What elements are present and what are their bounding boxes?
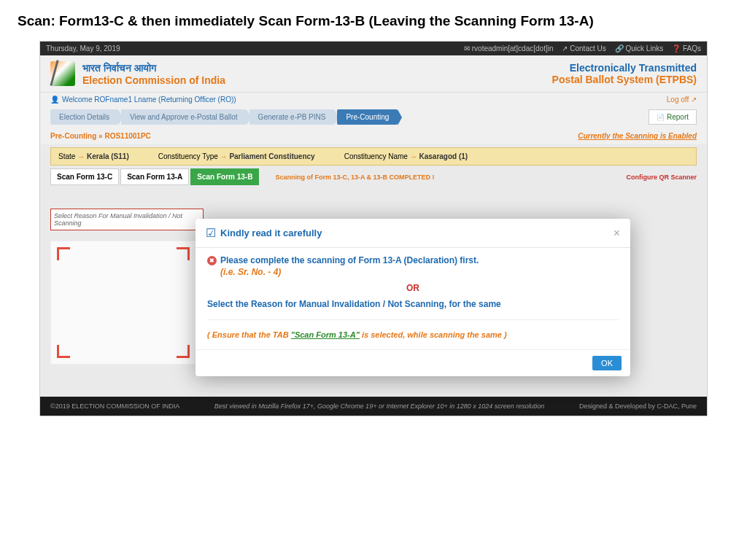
scan-complete-msg: Scanning of Form 13-C, 13-A & 13-B COMPL… <box>275 174 434 181</box>
modal-instruction-1: Please complete the scanning of Form 13-… <box>207 255 619 265</box>
scan-corner-icon <box>57 247 70 260</box>
breadcrumb: Pre-Counting » ROS11001PC <box>50 132 151 140</box>
constituency-info-band: State → Kerala (S11) Constituency Type →… <box>50 147 697 166</box>
topbar: Thursday, May 9, 2019 ✉ rvoteadmin[at]cd… <box>40 42 707 55</box>
tab-generate-pins[interactable]: Generate e-PB PINS <box>249 109 335 125</box>
tab-pre-counting[interactable]: Pre-Counting <box>337 109 398 125</box>
select-reason-dropdown[interactable]: Select Reason For Manual Invalidation / … <box>50 209 204 230</box>
scanning-enabled-status: Currently the Scanning is Enabled <box>578 132 697 140</box>
topbar-email[interactable]: ✉ rvoteadmin[at]cdac[dot]in <box>464 44 554 52</box>
divider <box>207 319 619 320</box>
modal-or: OR <box>207 283 619 293</box>
modal-title: Kindly read it carefully <box>220 228 322 238</box>
welcome-user: Welcome ROFname1 Lname (Returning Office… <box>50 96 236 104</box>
topbar-contact[interactable]: ↗ Contact Us <box>562 44 605 52</box>
ok-button[interactable]: OK <box>592 356 622 370</box>
topbar-date: Thursday, May 9, 2019 <box>46 44 120 52</box>
system-name-2: Postal Ballot System (ETPBS) <box>552 74 697 85</box>
modal-instruction-2: Select the Reason for Manual Invalidatio… <box>207 299 619 309</box>
logoff-link[interactable]: Log off ↗ <box>667 96 697 104</box>
tab-view-approve[interactable]: View and Approve e-Postal Ballot <box>121 109 247 125</box>
footer-credit: Designed & Developed by C-DAC, Pune <box>579 402 697 410</box>
subtab-form-13b[interactable]: Scan Form 13-B <box>190 168 259 185</box>
modal-sr-no: (i.e. Sr. No. - 4) <box>220 267 619 277</box>
system-name-1: Electronically Transmitted <box>552 62 697 74</box>
configure-qr-link[interactable]: Configure QR Scanner <box>626 174 697 181</box>
subtab-form-13a[interactable]: Scan Form 13-A <box>120 168 189 185</box>
qr-scan-zone <box>50 241 196 365</box>
footer: ©2019 ELECTION COMMISSION OF INDIA Best … <box>40 397 707 416</box>
scan-corner-icon <box>177 345 190 358</box>
nav-tabs: Election Details View and Approve e-Post… <box>40 106 707 128</box>
scan-corner-icon <box>177 247 190 260</box>
footer-browser-info: Best viewed in Mozilla Firefox 17+, Goog… <box>179 402 579 410</box>
tab-election-details[interactable]: Election Details <box>50 109 118 125</box>
slide-title: Scan: Form13-C & then immediately Scan F… <box>0 0 747 36</box>
brand-hindi: भारत निर्वाचन आयोग <box>82 62 225 74</box>
report-button[interactable]: Report <box>649 109 697 125</box>
topbar-faqs[interactable]: ❓ FAQs <box>672 44 701 52</box>
check-icon: ☑ <box>206 226 216 240</box>
brand-english: Election Commission of India <box>82 74 225 86</box>
eci-logo <box>50 61 75 86</box>
scan-corner-icon <box>57 345 70 358</box>
subtab-form-13c[interactable]: Scan Form 13-C <box>50 168 119 185</box>
close-icon[interactable]: × <box>614 227 620 240</box>
footer-copyright: ©2019 ELECTION COMMISSION OF INDIA <box>50 402 179 410</box>
header: भारत निर्वाचन आयोग Election Commission o… <box>40 55 707 93</box>
warning-modal: ☑ Kindly read it carefully × Please comp… <box>196 219 630 376</box>
topbar-quicklinks[interactable]: 🔗 Quick Links <box>615 44 663 52</box>
modal-ensure-note: ( Ensure that the TAB "Scan Form 13-A" i… <box>207 330 619 339</box>
